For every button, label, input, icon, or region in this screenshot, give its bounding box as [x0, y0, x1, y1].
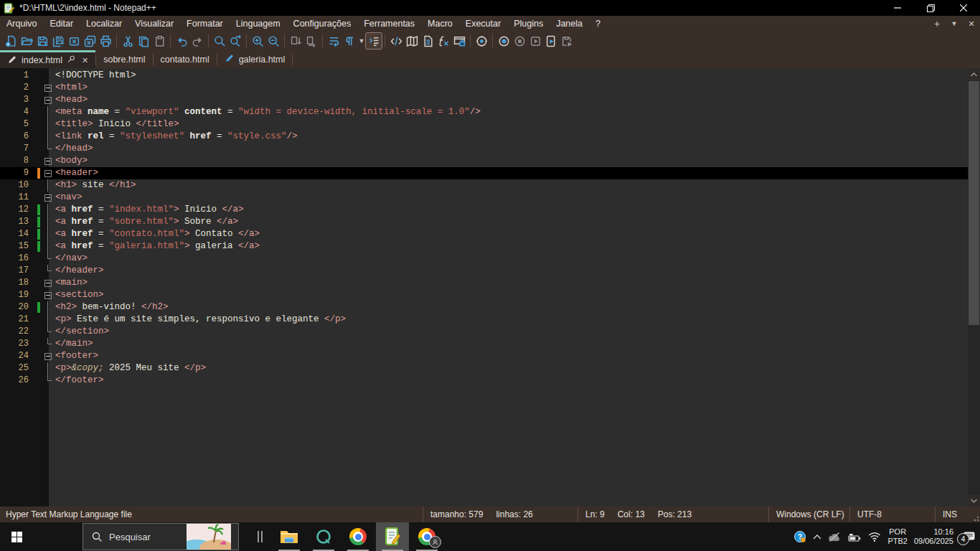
fold-collapse-icon[interactable] — [40, 82, 55, 94]
copy-icon[interactable] — [136, 33, 151, 49]
line-number[interactable]: 21 — [0, 314, 37, 326]
line-number[interactable]: 23 — [0, 338, 37, 350]
tab-index[interactable]: index.html✕ — [0, 50, 95, 68]
code-line[interactable]: 14<a href = "contato.html"> Contato </a> — [0, 228, 968, 240]
code-text[interactable]: </nav> — [55, 253, 88, 265]
menubar-plus-button[interactable]: + — [928, 18, 946, 29]
save-all-icon[interactable] — [50, 33, 66, 49]
monitoring-icon[interactable] — [473, 33, 489, 49]
code-line[interactable]: 7</head> — [0, 143, 968, 155]
taskbar-app-file-explorer[interactable] — [273, 522, 306, 551]
close-tab-icon[interactable]: ✕ — [82, 56, 88, 65]
code-line[interactable]: 24<footer> — [0, 350, 968, 362]
document-map-icon[interactable] — [404, 33, 420, 49]
menu-item-configuraes[interactable]: Configurações — [287, 16, 358, 32]
eol-format-cell[interactable]: Windows (CR LF) — [768, 507, 849, 522]
fold-collapse-icon[interactable] — [40, 94, 55, 106]
tab-contato[interactable]: contato.html — [154, 50, 217, 68]
macro-play-icon[interactable] — [527, 33, 543, 49]
code-line[interactable]: 10<h1> site </h1> — [0, 179, 968, 192]
show-all-characters-icon[interactable] — [341, 33, 357, 49]
code-text[interactable]: </head> — [55, 143, 93, 155]
macro-stop-icon[interactable] — [512, 33, 527, 49]
menu-item-formatar[interactable]: Formatar — [180, 16, 230, 32]
insert-mode-cell[interactable]: INS — [935, 507, 970, 522]
resize-grip[interactable] — [970, 507, 980, 522]
line-number[interactable]: 6 — [0, 131, 37, 143]
macro-record-icon[interactable] — [496, 33, 512, 49]
save-file-icon[interactable] — [34, 33, 50, 49]
code-line[interactable]: 11<nav> — [0, 192, 968, 204]
code-line[interactable]: 4<meta name = "viewport" content = "widt… — [0, 106, 968, 118]
taskbar-app-chrome[interactable] — [341, 522, 374, 551]
taskbar-app-notepad-plus-plus[interactable] — [376, 522, 409, 551]
scroll-up-button[interactable] — [968, 68, 980, 80]
macro-save-icon[interactable] — [559, 33, 575, 49]
menu-item-editar[interactable]: Editar — [43, 16, 80, 32]
print-icon[interactable] — [98, 33, 113, 49]
code-text[interactable]: <h2> bem-vindo! </h2> — [55, 301, 169, 314]
close-all-icon[interactable] — [82, 33, 98, 49]
find-icon[interactable] — [212, 33, 227, 49]
show-symbols-dropdown-icon[interactable]: ▼ — [357, 37, 366, 44]
code-line[interactable]: 2<html> — [0, 82, 968, 94]
code-tags-icon[interactable] — [388, 33, 404, 49]
line-number[interactable]: 5 — [0, 118, 37, 131]
line-number[interactable]: 17 — [0, 265, 37, 277]
code-text[interactable]: <p>&copy; 2025 Meu site </p> — [55, 362, 206, 375]
search-highlight-image[interactable] — [187, 524, 231, 550]
pin-icon[interactable] — [67, 55, 76, 66]
task-view-separator[interactable] — [258, 531, 263, 542]
line-number[interactable]: 15 — [0, 240, 37, 253]
redo-icon[interactable] — [189, 33, 205, 49]
tab-galeria[interactable]: galeria.html — [217, 50, 293, 68]
menubar-dropdown-button[interactable]: ▼ — [946, 20, 963, 27]
code-line[interactable]: 23</main> — [0, 338, 968, 350]
line-number[interactable]: 12 — [0, 204, 37, 216]
line-number[interactable]: 24 — [0, 350, 37, 362]
document-list-icon[interactable] — [420, 33, 435, 49]
line-number[interactable]: 26 — [0, 375, 37, 387]
code-line[interactable]: 26</footer> — [0, 375, 968, 387]
code-line[interactable]: 22</section> — [0, 326, 968, 338]
replace-icon[interactable] — [227, 33, 243, 49]
clock[interactable]: 10:16 09/06/2025 — [914, 527, 953, 546]
line-number[interactable]: 14 — [0, 228, 37, 240]
line-number[interactable]: 20 — [0, 301, 37, 314]
code-line[interactable]: 21<p> Este é um site simples, responsivo… — [0, 314, 968, 326]
code-line[interactable]: 20<h2> bem-vindo! </h2> — [0, 301, 968, 314]
code-line[interactable]: 25<p>&copy; 2025 Meu site </p> — [0, 362, 968, 375]
code-line[interactable]: 13<a href = "sobre.html"> Sobre </a> — [0, 216, 968, 228]
wifi-icon[interactable] — [868, 532, 881, 542]
code-text[interactable]: <p> Este é um site simples, responsivo e… — [55, 314, 346, 326]
menu-item-plugins[interactable]: Plugins — [507, 16, 550, 32]
taskbar-app-chrome-profile[interactable] — [410, 522, 443, 551]
code-line[interactable]: 8<body> — [0, 155, 968, 167]
line-number[interactable]: 10 — [0, 179, 37, 192]
menu-item-linguagem[interactable]: Linguagem — [230, 16, 287, 32]
cut-icon[interactable] — [120, 33, 136, 49]
minimize-button[interactable] — [881, 0, 914, 16]
code-line[interactable]: 3<head> — [0, 94, 968, 106]
code-line[interactable]: 5<title> Inicio </title> — [0, 118, 968, 131]
language-indicator[interactable]: POR PTB2 — [887, 527, 908, 546]
menu-item-ferramentas[interactable]: Ferramentas — [357, 16, 421, 32]
menu-item-localizar[interactable]: Localizar — [80, 16, 128, 32]
line-number[interactable]: 16 — [0, 253, 37, 265]
undo-icon[interactable] — [174, 33, 189, 49]
code-line[interactable]: 17</header> — [0, 265, 968, 277]
line-number[interactable]: 2 — [0, 82, 37, 94]
menu-item-janela[interactable]: Janela — [550, 16, 589, 32]
battery-charging-icon[interactable] — [847, 531, 862, 542]
code-text[interactable]: <main> — [55, 277, 88, 289]
help-tray-icon[interactable]: ? — [793, 530, 806, 543]
macro-run-multiple-icon[interactable] — [543, 33, 559, 49]
line-number[interactable]: 8 — [0, 155, 37, 167]
fold-collapse-icon[interactable] — [40, 277, 55, 289]
new-file-icon[interactable] — [3, 33, 19, 49]
menubar-close-button[interactable]: ✕ — [963, 19, 980, 29]
code-text[interactable]: </header> — [55, 265, 104, 277]
open-file-icon[interactable] — [19, 33, 34, 49]
encoding-cell[interactable]: UTF-8 — [849, 507, 935, 522]
fold-collapse-icon[interactable] — [40, 167, 55, 179]
